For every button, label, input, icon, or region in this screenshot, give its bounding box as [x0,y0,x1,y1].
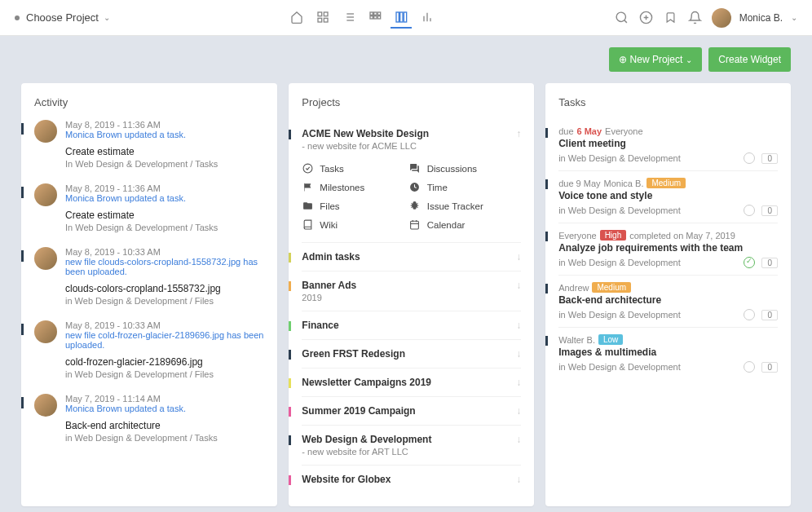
tool-time[interactable]: Time [409,178,516,196]
view-chart-icon[interactable] [417,7,438,29]
bell-icon[interactable] [687,10,704,26]
tool-label: Tasks [320,164,343,174]
new-project-label: New Project [630,54,683,65]
project-item[interactable]: Website for Globex ↓ [302,466,521,493]
view-grid2-icon[interactable] [364,7,386,29]
activity-item: May 8, 2019 - 11:36 AM Monica Brown upda… [34,183,264,232]
topbar-right: Monica B. ⌄ [614,8,797,28]
project-toggle-icon[interactable]: ↓ [516,377,521,388]
project-item[interactable]: Admin tasks ↓ [302,243,521,271]
new-project-button[interactable]: ⊕ New Project ⌄ [609,47,703,72]
task-badges: 0 [744,152,778,164]
activity-body: May 7, 2019 - 11:14 AM Monica Brown upda… [65,394,264,443]
svg-rect-1 [324,12,328,16]
project-info: Banner Ads 2019 [302,280,516,302]
activity-title: Activity [34,96,264,108]
project-color-bar [289,130,291,139]
tool-files[interactable]: Files [302,196,408,215]
project-item[interactable]: Summer 2019 Campaign ↓ [302,397,521,426]
task-location: in Web Design & Development [558,205,681,215]
task-status-icon[interactable] [744,257,755,268]
activity-action-link[interactable]: new file cold-frozen-glacier-2189696.jpg… [65,330,264,350]
activity-avatar[interactable] [34,394,57,417]
user-chevron-icon[interactable]: ⌄ [791,13,797,22]
task-status-icon[interactable] [744,309,755,320]
project-toggle-icon[interactable]: ↓ [516,434,521,445]
project-color-bar [289,253,291,263]
project-info: Website for Globex [302,474,516,485]
project-name: Finance [302,320,516,331]
project-subtitle: 2019 [302,293,516,302]
activity-action-link[interactable]: Monica Brown updated a task. [65,193,264,203]
svg-rect-16 [396,12,399,22]
project-color-bar [289,350,291,360]
svg-point-27 [303,164,312,173]
project-toggle-icon[interactable]: ↑ [516,128,521,139]
task-assignee: Monica B. [604,179,644,188]
projects-panel: Projects ACME New Website Design - new w… [289,83,534,506]
project-item[interactable]: Finance ↓ [302,311,521,340]
tool-calendar[interactable]: Calendar [409,215,516,234]
bookmark-icon[interactable] [663,10,679,26]
tool-label: Time [427,183,448,192]
project-toggle-icon[interactable]: ↓ [516,251,521,263]
view-list-icon[interactable] [338,7,360,29]
task-footer: in Web Design & Development 0 [558,205,778,216]
project-toggle-icon[interactable]: ↓ [516,348,521,360]
task-footer: in Web Design & Development 0 [558,152,778,164]
add-icon[interactable] [638,10,655,26]
view-home-icon[interactable] [286,7,307,29]
project-item[interactable]: Web Design & Development - new website f… [302,426,521,466]
activity-avatar[interactable] [34,183,57,206]
activity-action-link[interactable]: new file clouds-colors-cropland-1558732.… [65,257,264,276]
flag-icon [302,182,313,192]
project-toggle-icon[interactable]: ↓ [516,280,521,291]
activity-avatar[interactable] [34,120,57,143]
project-item[interactable]: Banner Ads 2019 ↓ [302,271,521,311]
user-avatar[interactable] [712,8,731,28]
activity-action-link[interactable]: Monica Brown updated a task. [65,404,264,413]
project-item[interactable]: ACME New Website Design - new website fo… [302,120,521,243]
activity-action-link[interactable]: Monica Brown updated a task. [65,130,264,139]
svg-rect-0 [318,12,322,16]
tool-milestones[interactable]: Milestones [302,178,408,196]
task-count: 0 [761,362,778,373]
activity-avatar[interactable] [34,247,57,270]
tool-issue-tracker[interactable]: Issue Tracker [409,196,516,215]
tool-discussions[interactable]: Discussions [409,159,516,178]
project-toggle-icon[interactable]: ↓ [516,320,521,331]
project-selector[interactable]: Choose Project ⌄ [26,11,110,24]
activity-item-title: Back-end architecture [65,420,264,431]
search-icon[interactable] [614,10,630,26]
project-color-bar [289,475,291,485]
view-columns-icon[interactable] [391,7,412,29]
task-item[interactable]: Walter B. Low Images & multimedia in Web… [558,328,778,379]
task-status-icon[interactable] [744,205,755,216]
task-item[interactable]: due 6 May Everyone Client meeting in Web… [558,120,778,171]
activity-body: May 8, 2019 - 10:33 AM new file cold-fro… [65,320,264,379]
task-item[interactable]: Andrew Medium Back-end architecture in W… [558,276,778,328]
project-item[interactable]: Green FRST Redesign ↓ [302,340,521,369]
activity-item-meta: In Web Design & Development / Tasks [65,159,264,169]
task-meta: Andrew Medium [558,282,778,293]
project-item[interactable]: Newsletter Campaigns 2019 ↓ [302,369,521,397]
tool-tasks[interactable]: Tasks [302,159,408,178]
create-widget-button[interactable]: Create Widget [708,47,791,72]
task-status-icon[interactable] [744,152,755,164]
task-item[interactable]: due 9 May Monica B. Medium Voice tone an… [558,171,778,223]
tool-label: Milestones [320,183,364,192]
project-color-bar [289,407,291,417]
project-toggle-icon[interactable]: ↓ [516,474,521,485]
priority-badge: High [600,230,627,241]
task-item[interactable]: Everyone High completed on May 7, 2019 A… [558,223,778,276]
view-grid-icon[interactable] [312,7,333,29]
project-color-bar [289,435,291,445]
task-color-bar [545,179,548,189]
task-status-icon[interactable] [744,361,755,373]
task-due: 6 May [577,126,602,136]
activity-avatar[interactable] [34,320,57,343]
project-toggle-icon[interactable]: ↓ [516,405,521,417]
activity-bar [21,397,24,408]
tool-wiki[interactable]: Wiki [302,215,408,234]
view-switcher [286,7,438,29]
